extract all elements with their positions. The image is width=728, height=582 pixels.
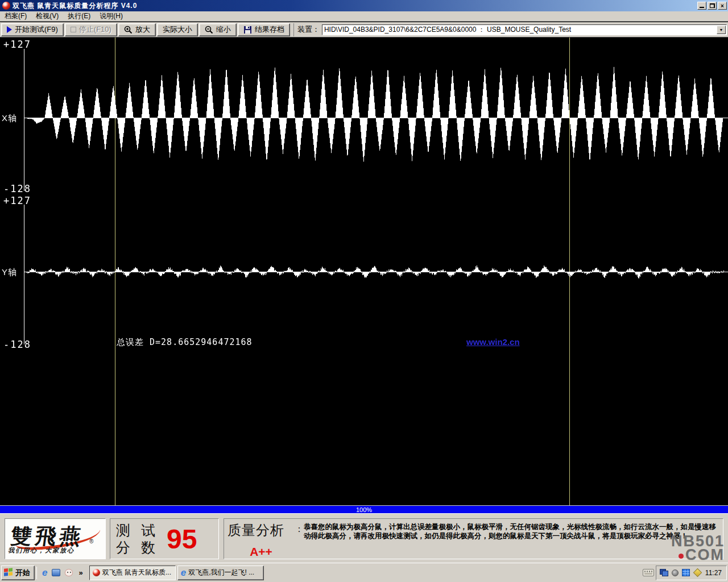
minimize-icon <box>700 7 704 8</box>
stop-icon <box>71 27 76 32</box>
minimize-button[interactable] <box>697 2 706 10</box>
play-icon <box>7 26 12 33</box>
ie-icon[interactable]: e <box>42 568 47 577</box>
score-label: 测 试 分 数 <box>116 522 159 556</box>
save-result-button[interactable]: 结果存档 <box>238 23 290 36</box>
windows-logo-icon <box>4 568 13 577</box>
analysis-text: 恭喜您的鼠标为极高分鼠，计算出总误差量极极小，鼠标极平滑，无任何锯齿现象，光标线… <box>304 521 719 556</box>
zoom-out-icon <box>205 26 213 34</box>
volume-tray-icon[interactable] <box>672 569 679 576</box>
analysis-colon: ： <box>295 521 304 556</box>
score-box: 测 试 分 数 95 <box>110 518 219 559</box>
save-result-label: 结果存档 <box>255 24 284 35</box>
app-shortcut-icon[interactable] <box>65 569 73 576</box>
taskbar: 开始 e » 双飞燕 鼠青天鼠标质... e 双飞燕,我们一起飞! ... 11… <box>0 563 728 582</box>
stop-button[interactable]: 停止(F10) <box>65 23 117 36</box>
clock: 11:27 <box>705 569 722 577</box>
save-icon <box>243 26 252 34</box>
chevron-down-icon[interactable]: ▼ <box>717 26 726 34</box>
close-button[interactable]: × <box>718 2 727 10</box>
y-axis-max: +127 <box>3 195 31 206</box>
registered-mark: ® <box>89 538 93 544</box>
watermark: NB501 COM <box>671 534 725 562</box>
start-test-label: 开始测试(F9) <box>15 24 58 35</box>
task-label: 双飞燕 鼠青天鼠标质... <box>102 568 171 577</box>
watermark-bottom: COM <box>671 548 725 562</box>
actual-size-label: 实际大小 <box>163 24 192 35</box>
y-axis-name: Y轴 <box>2 267 17 278</box>
device-combobox[interactable]: HID\VID_04B3&PID_3107\6&2C7CE5A9&0&0000 … <box>322 24 727 35</box>
y-axis-line <box>24 205 24 344</box>
analysis-box: 质量分析 A++ ： 恭喜您的鼠标为极高分鼠，计算出总误差量极极小，鼠标极平滑，… <box>224 518 723 559</box>
stop-label: 停止(F10) <box>79 24 111 35</box>
zoom-out-label: 缩小 <box>216 24 231 35</box>
brand-tagline: 我们用心，大家放心 <box>7 546 76 555</box>
zoom-in-icon <box>124 26 133 34</box>
task-label: 双飞燕,我们一起飞! ... <box>188 568 254 577</box>
device-label: 装置： <box>297 24 320 35</box>
task-button-browser[interactable]: e 双飞燕,我们一起飞! ... <box>177 566 264 580</box>
waveform-canvas <box>0 38 728 505</box>
x-axis-max: +127 <box>3 39 31 50</box>
close-icon: × <box>721 3 724 9</box>
waveform-display: +127 X轴 -128 +127 Y轴 -128 总误差 D=28.66529… <box>0 38 728 505</box>
brand-logo: 雙飛燕 ® 我们用心，大家放心 <box>5 518 106 559</box>
analyzer-task-icon <box>93 569 100 576</box>
app-logo-icon <box>2 2 10 10</box>
start-label: 开始 <box>15 568 30 578</box>
menu-run[interactable]: 执行(E) <box>63 11 95 22</box>
quick-launch: e » <box>39 568 88 577</box>
watermark-dot-icon <box>679 554 684 559</box>
start-button[interactable]: 开始 <box>1 566 35 580</box>
zoom-in-button[interactable]: 放大 <box>118 23 156 36</box>
input-method-icon[interactable] <box>643 569 654 576</box>
x-axis-min: -128 <box>3 183 31 194</box>
restore-icon <box>710 3 715 8</box>
start-test-button[interactable]: 开始测试(F9) <box>1 23 64 36</box>
progress-bar: 100% <box>0 505 728 513</box>
firewall-tray-icon[interactable] <box>682 569 690 576</box>
score-value: 95 <box>167 523 197 555</box>
menu-file[interactable]: 档案(F) <box>0 11 31 22</box>
actual-size-button[interactable]: 实际大小 <box>157 23 198 36</box>
result-panel: 雙飛燕 ® 我们用心，大家放心 测 试 分 数 95 质量分析 A++ ： 恭喜… <box>0 513 728 563</box>
show-desktop-icon[interactable] <box>52 569 60 576</box>
restore-button[interactable] <box>708 2 717 10</box>
win2-link[interactable]: www.win2.cn <box>466 337 520 347</box>
device-value: HID\VID_04B3&PID_3107\6&2C7CE5A9&0&0000 … <box>322 25 716 35</box>
antivirus-tray-icon[interactable] <box>693 568 702 577</box>
y-axis-min: -128 <box>3 339 31 350</box>
progress-value: 100% <box>356 506 372 513</box>
titlebar: 双飞燕 鼠青天鼠标质量分析程序 V4.0 × <box>0 0 728 11</box>
app-window: 双飞燕 鼠青天鼠标质量分析程序 V4.0 × 档案(F) 检视(V) 执行(E)… <box>0 0 728 582</box>
total-error-readout: 总误差 D=28.6652946472168 <box>117 337 253 348</box>
zoom-out-button[interactable]: 缩小 <box>199 23 237 36</box>
browser-task-icon: e <box>181 568 186 577</box>
overflow-chevron-icon[interactable]: » <box>77 568 84 577</box>
grade-badge: A++ <box>228 545 295 559</box>
device-selector: 装置： HID\VID_04B3&PID_3107\6&2C7CE5A9&0&0… <box>293 23 727 36</box>
analysis-title: 质量分析 <box>228 521 295 539</box>
task-button-analyzer[interactable]: 双飞燕 鼠青天鼠标质... <box>89 566 176 580</box>
x-axis-line <box>24 49 24 191</box>
network-tray-icon[interactable] <box>660 569 668 576</box>
zoom-in-label: 放大 <box>135 24 150 35</box>
menubar: 档案(F) 检视(V) 执行(E) 说明(H) <box>0 11 728 22</box>
taskbar-divider <box>36 567 37 579</box>
toolbar: 开始测试(F9) 停止(F10) 放大 实际大小 缩小 结果存档 装置： HID… <box>0 22 728 38</box>
x-axis-name: X轴 <box>2 113 17 124</box>
menu-help[interactable]: 说明(H) <box>95 11 127 22</box>
window-title: 双飞燕 鼠青天鼠标质量分析程序 V4.0 <box>13 1 697 11</box>
menu-view[interactable]: 检视(V) <box>31 11 63 22</box>
system-tray: 11:27 <box>656 566 727 580</box>
